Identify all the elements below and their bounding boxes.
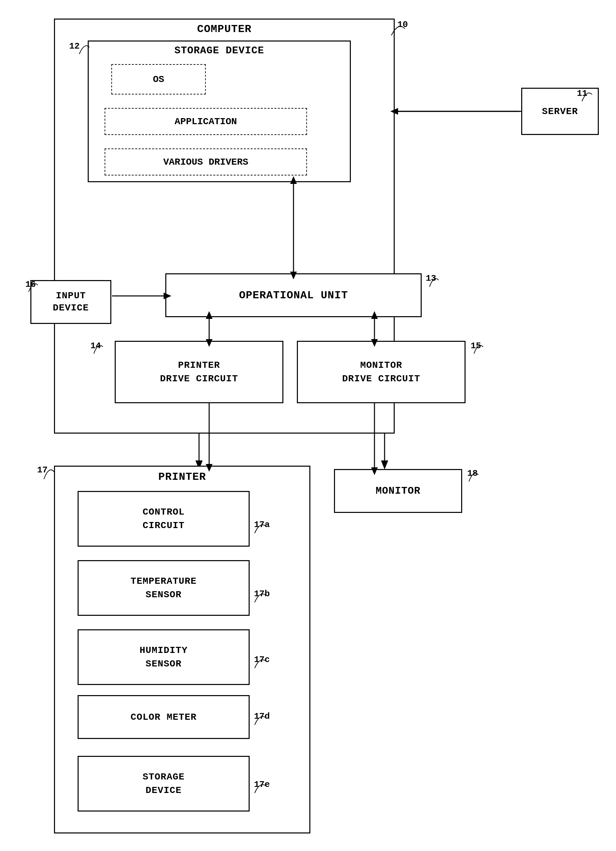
diagram: COMPUTER 10 STORAGE DEVICE 12 OS APPLICA… bbox=[0, 0, 616, 851]
various-drivers-label: VARIOUS DRIVERS bbox=[163, 157, 248, 167]
monitor-box: MONITOR bbox=[334, 469, 462, 513]
color-meter-box: COLOR METER bbox=[78, 695, 249, 739]
temperature-sensor-box: TEMPERATURE SENSOR bbox=[78, 560, 249, 616]
input-device-label: INPUT DEVICE bbox=[53, 290, 89, 314]
storage-device-printer-label: STORAGE DEVICE bbox=[143, 770, 185, 797]
ref14-label: 14 bbox=[90, 341, 101, 351]
monitor-drive-circuit-label: MONITOR DRIVE CIRCUIT bbox=[342, 359, 420, 385]
ref17-label: 17 bbox=[37, 465, 48, 475]
ref17a-label: 17a bbox=[254, 520, 270, 530]
humidity-sensor-box: HUMIDITY SENSOR bbox=[78, 629, 249, 685]
printer-drive-circuit-label: PRINTER DRIVE CIRCUIT bbox=[160, 359, 238, 385]
ref16-label: 16 bbox=[25, 280, 36, 290]
humidity-sensor-label: HUMIDITY SENSOR bbox=[140, 644, 188, 670]
temperature-sensor-label: TEMPERATURE SENSOR bbox=[131, 574, 197, 601]
input-device-box: INPUT DEVICE bbox=[30, 280, 111, 324]
ref17e-label: 17e bbox=[254, 779, 270, 789]
operational-unit-box: OPERATIONAL UNIT bbox=[165, 273, 422, 317]
application-box: APPLICATION bbox=[105, 108, 307, 135]
os-label: OS bbox=[153, 74, 164, 85]
printer-drive-circuit-box: PRINTER DRIVE CIRCUIT bbox=[115, 341, 283, 403]
printer-label: PRINTER bbox=[158, 471, 206, 483]
monitor-drive-to-monitor-arrow bbox=[381, 461, 388, 469]
application-label: APPLICATION bbox=[175, 116, 237, 127]
various-drivers-box: VARIOUS DRIVERS bbox=[105, 149, 307, 176]
control-circuit-box: CONTROL CIRCUIT bbox=[78, 491, 249, 547]
storage-device-printer-box: STORAGE DEVICE bbox=[78, 756, 249, 812]
storage-device-label: STORAGE DEVICE bbox=[174, 45, 264, 56]
ref12-label: 12 bbox=[69, 41, 80, 51]
ref11-label: 11 bbox=[577, 89, 587, 99]
monitor-drive-circuit-box: MONITOR DRIVE CIRCUIT bbox=[297, 341, 466, 403]
operational-unit-label: OPERATIONAL UNIT bbox=[239, 289, 348, 302]
ref17d-label: 17d bbox=[254, 711, 270, 722]
color-meter-label: COLOR METER bbox=[131, 712, 197, 722]
os-box: OS bbox=[111, 64, 206, 95]
monitor-label: MONITOR bbox=[376, 485, 420, 497]
computer-label: COMPUTER bbox=[197, 23, 252, 35]
ref18-label: 18 bbox=[467, 468, 478, 478]
ref17c-label: 17c bbox=[254, 655, 270, 665]
ref17b-label: 17b bbox=[254, 589, 270, 599]
control-circuit-label: CONTROL CIRCUIT bbox=[143, 505, 185, 532]
ref15-label: 15 bbox=[470, 341, 481, 351]
ref13-label: 13 bbox=[426, 273, 436, 283]
ref10-label: 10 bbox=[397, 20, 408, 30]
server-label: SERVER bbox=[542, 106, 578, 117]
